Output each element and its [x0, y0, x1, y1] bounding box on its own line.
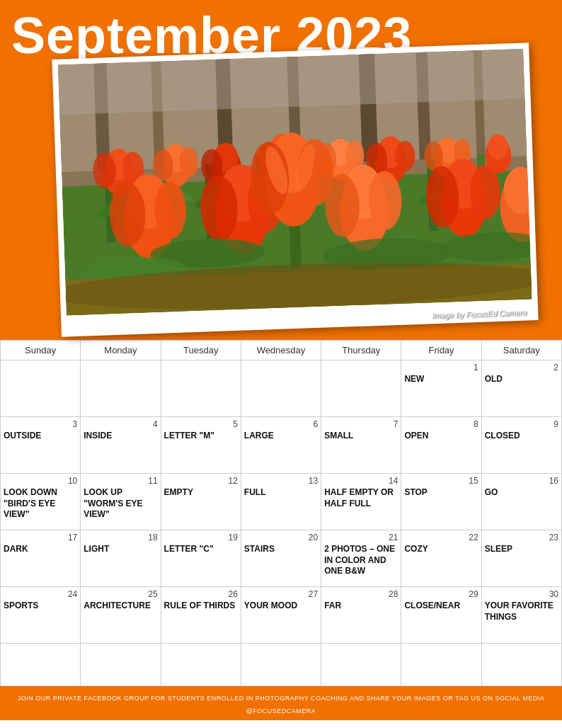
day-label: COZY: [404, 544, 478, 555]
calendar-day: 30YOUR FAVORITE THINGS: [481, 587, 561, 644]
calendar-week-row: [1, 644, 562, 686]
day-label: CLOSED: [485, 431, 558, 442]
calendar-day: 23SLEEP: [481, 530, 561, 587]
day-label: SPORTS: [4, 601, 77, 612]
day-label: EMPTY: [164, 487, 238, 499]
calendar-week-row: 3OUTSIDE4INSIDE5LETTER "M"6LARGE7SMALL8O…: [1, 417, 562, 474]
day-label: YOUR MOOD: [244, 601, 318, 612]
day-number: 5: [164, 419, 238, 429]
calendar-day: 20STAIRS: [241, 530, 321, 587]
day-number: 10: [4, 476, 77, 486]
calendar-day: 17DARK: [1, 530, 81, 587]
calendar-day: 18LIGHT: [81, 530, 161, 587]
day-number: 17: [4, 533, 77, 542]
footer-section: JOIN OUR PRIVATE FACEBOOK GROUP FOR STUD…: [0, 686, 562, 720]
day-label: LETTER "C": [164, 544, 238, 555]
day-label: HALF EMPTY OR HALF FULL: [324, 487, 398, 509]
photo-frame: Image by FocusEd Camera: [52, 42, 538, 336]
day-number: 23: [485, 533, 558, 542]
calendar-day: 7SMALL: [321, 417, 401, 474]
day-number: 9: [485, 419, 558, 429]
day-number: 11: [84, 476, 157, 486]
day-number: 24: [4, 589, 77, 599]
calendar-day: 4INSIDE: [81, 417, 161, 474]
calendar-day: 1NEW: [401, 360, 481, 417]
tulip-photo: [58, 49, 532, 316]
day-label: LETTER "M": [164, 431, 238, 442]
day-label: LOOK DOWN "BIRD'S EYE VIEW": [4, 487, 77, 521]
calendar-day: 3OUTSIDE: [1, 417, 81, 474]
col-saturday: Saturday: [481, 341, 561, 360]
calendar-day: 28FAR: [321, 587, 401, 644]
calendar-day: 14HALF EMPTY OR HALF FULL: [321, 474, 401, 530]
calendar-day: [321, 644, 401, 686]
calendar-day: 26RULE OF THIRDS: [161, 587, 241, 644]
calendar-day: 5LETTER "M": [161, 417, 241, 474]
calendar-day: 29CLOSE/NEAR: [401, 587, 481, 644]
day-label: YOUR FAVORITE THINGS: [485, 601, 558, 622]
day-number: 12: [164, 476, 238, 486]
col-monday: Monday: [81, 341, 161, 360]
day-number: 21: [324, 533, 398, 542]
calendar-table: Sunday Monday Tuesday Wednesday Thursday…: [0, 340, 562, 686]
calendar-day: [161, 644, 241, 686]
day-number: 4: [84, 419, 157, 429]
day-number: 3: [4, 419, 77, 429]
day-number: 30: [485, 589, 558, 599]
day-label: STAIRS: [244, 544, 318, 555]
day-number: 29: [404, 589, 478, 599]
day-label: LARGE: [244, 431, 318, 442]
day-number: 18: [84, 533, 157, 542]
calendar-day: [81, 644, 161, 686]
calendar-day: 15STOP: [401, 474, 481, 530]
day-number: 22: [404, 533, 478, 542]
calendar-day: [401, 644, 481, 686]
calendar-day: 9CLOSED: [481, 417, 561, 474]
day-number: 2: [485, 363, 558, 372]
day-label: GO: [485, 487, 558, 499]
day-label: ARCHITECTURE: [84, 601, 157, 612]
day-label: INSIDE: [84, 431, 157, 442]
day-label: RULE OF THIRDS: [164, 601, 238, 612]
calendar-day: 16GO: [481, 474, 561, 530]
col-sunday: Sunday: [1, 341, 81, 360]
calendar-day: 24SPORTS: [1, 587, 81, 644]
calendar-day: [1, 644, 81, 686]
calendar-day: 13FULL: [241, 474, 321, 530]
col-tuesday: Tuesday: [161, 341, 241, 360]
day-number: 1: [404, 363, 478, 372]
day-label: CLOSE/NEAR: [404, 601, 478, 612]
calendar-week-row: 10LOOK DOWN "BIRD'S EYE VIEW"11LOOK UP "…: [1, 474, 562, 530]
calendar-day: [481, 644, 561, 686]
day-number: 28: [324, 589, 398, 599]
col-thursday: Thursday: [321, 341, 401, 360]
calendar-day: [161, 360, 241, 417]
calendar-day: [1, 360, 81, 417]
day-label: SMALL: [324, 431, 398, 442]
calendar-day: 19LETTER "C": [161, 530, 241, 587]
day-number: 25: [84, 589, 157, 599]
calendar-day: 10LOOK DOWN "BIRD'S EYE VIEW": [1, 474, 81, 530]
footer-text: JOIN OUR PRIVATE FACEBOOK GROUP FOR STUD…: [18, 695, 544, 715]
day-label: FAR: [324, 601, 398, 612]
calendar-day: 22COZY: [401, 530, 481, 587]
photo-credit: Image by FocusEd Camera: [432, 308, 527, 320]
day-label: LIGHT: [84, 544, 157, 555]
calendar-day: 25ARCHITECTURE: [81, 587, 161, 644]
day-label: OLD: [485, 374, 558, 385]
day-number: 27: [244, 589, 318, 599]
day-label: LOOK UP "WORM'S EYE VIEW": [84, 487, 157, 521]
calendar-day: 8OPEN: [401, 417, 481, 474]
day-number: 16: [485, 476, 558, 486]
calendar-day: 2OLD: [481, 360, 561, 417]
day-number: 8: [404, 419, 478, 429]
calendar-week-row: 17DARK18LIGHT19LETTER "C"20STAIRS212 PHO…: [1, 530, 562, 587]
calendar-day: 212 PHOTOS – ONE IN COLOR AND ONE B&W: [321, 530, 401, 587]
col-wednesday: Wednesday: [241, 341, 321, 360]
day-label: FULL: [244, 487, 318, 499]
day-label: STOP: [404, 487, 478, 499]
calendar-day: [321, 360, 401, 417]
day-label: 2 PHOTOS – ONE IN COLOR AND ONE B&W: [324, 544, 398, 577]
day-number: 6: [244, 419, 318, 429]
day-number: 14: [324, 476, 398, 486]
